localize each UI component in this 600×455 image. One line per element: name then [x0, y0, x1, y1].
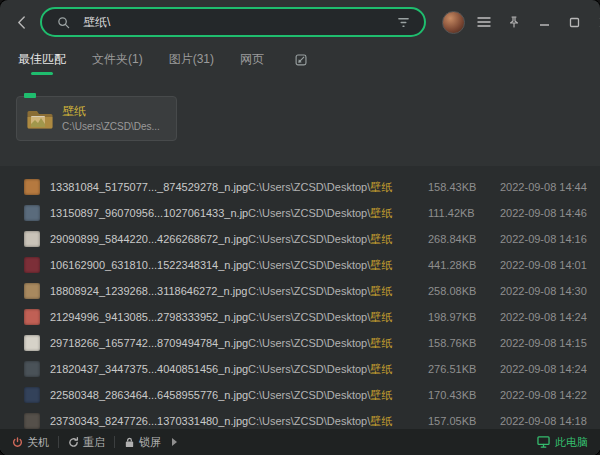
file-path: C:\Users\ZCSD\Desktop\壁纸: [248, 362, 428, 377]
tab-images[interactable]: 图片(31): [169, 51, 214, 68]
search-box[interactable]: [40, 7, 426, 37]
file-path: C:\Users\ZCSD\Desktop\壁纸: [248, 232, 428, 247]
file-thumbnail: [24, 361, 40, 377]
file-path-match: 壁纸: [370, 389, 392, 401]
file-size: 170.43KB: [428, 389, 500, 401]
minimize-button[interactable]: [533, 11, 555, 33]
file-date: 2022-09-08 14:01: [500, 259, 592, 271]
file-path: C:\Users\ZCSD\Desktop\壁纸: [248, 414, 428, 429]
file-path-dir: C:\Users\ZCSD\Desktop\: [248, 337, 370, 349]
lock-label: 锁屏: [139, 435, 161, 450]
bottombar-divider: [114, 436, 115, 448]
file-thumbnail: [24, 283, 40, 299]
file-date: 2022-09-08 14:44: [500, 181, 592, 193]
file-row[interactable]: 29718266_1657742...8709494784_n.jpg C:\U…: [0, 330, 600, 356]
file-path: C:\Users\ZCSD\Desktop\壁纸: [248, 310, 428, 325]
lock-icon: [124, 437, 135, 448]
tab-web[interactable]: 网页: [240, 51, 264, 68]
file-thumbnail: [24, 335, 40, 351]
file-thumbnail: [24, 231, 40, 247]
file-path-match: 壁纸: [370, 259, 392, 271]
file-row[interactable]: 18808924_1239268...3118646272_n.jpg C:\U…: [0, 278, 600, 304]
power-icon: [12, 437, 23, 448]
file-name: 29090899_5844220...4266268672_n.jpg: [50, 233, 248, 245]
file-date: 2022-09-08 14:18: [500, 415, 592, 427]
best-match-path: C:\Users\ZCSD\Des...: [62, 120, 160, 133]
file-date: 2022-09-08 14:24: [500, 311, 592, 323]
lock-button[interactable]: 锁屏: [124, 435, 161, 450]
file-thumbnail: [24, 309, 40, 325]
file-name: 29718266_1657742...8709494784_n.jpg: [50, 337, 248, 349]
file-date: 2022-09-08 14:30: [500, 285, 592, 297]
file-path-match: 壁纸: [370, 311, 392, 323]
file-size: 268.84KB: [428, 233, 500, 245]
file-size: 441.28KB: [428, 259, 500, 271]
file-name: 21820437_3447375...4040851456_n.jpg: [50, 363, 248, 375]
this-pc-label: 此电脑: [555, 435, 588, 450]
file-thumbnail: [24, 387, 40, 403]
file-path-dir: C:\Users\ZCSD\Desktop\: [248, 363, 370, 375]
maximize-button[interactable]: [563, 11, 585, 33]
file-name: 13381084_5175077..._874529278_n.jpg: [50, 181, 248, 193]
restart-button[interactable]: 重启: [68, 435, 105, 450]
file-row[interactable]: 13150897_96070956...1027061433_n.jpg C:\…: [0, 200, 600, 226]
best-match-card[interactable]: 壁纸 C:\Users\ZCSD\Des...: [16, 96, 177, 141]
file-row[interactable]: 29090899_5844220...4266268672_n.jpg C:\U…: [0, 226, 600, 252]
file-size: 158.76KB: [428, 337, 500, 349]
file-path: C:\Users\ZCSD\Desktop\壁纸: [248, 206, 428, 221]
file-name: 13150897_96070956...1027061433_n.jpg: [50, 207, 248, 219]
file-size: 157.05KB: [428, 415, 500, 427]
file-row[interactable]: 13381084_5175077..._874529278_n.jpg C:\U…: [0, 174, 600, 200]
file-path-dir: C:\Users\ZCSD\Desktop\: [248, 233, 370, 245]
best-match-title: 壁纸: [62, 104, 160, 118]
file-path-match: 壁纸: [370, 337, 392, 349]
topbar: [0, 0, 600, 44]
file-path-dir: C:\Users\ZCSD\Desktop\: [248, 389, 370, 401]
file-thumbnail: [24, 257, 40, 273]
file-thumbnail: [24, 179, 40, 195]
file-path-dir: C:\Users\ZCSD\Desktop\: [248, 311, 370, 323]
file-size: 111.42KB: [428, 207, 500, 219]
back-button[interactable]: [10, 11, 32, 33]
file-size: 258.08KB: [428, 285, 500, 297]
tab-best-match[interactable]: 最佳匹配: [18, 51, 66, 68]
file-path: C:\Users\ZCSD\Desktop\壁纸: [248, 388, 428, 403]
restart-icon: [68, 437, 79, 448]
bottombar: 关机 重启 锁屏 此电脑: [0, 429, 600, 455]
file-path: C:\Users\ZCSD\Desktop\壁纸: [248, 180, 428, 195]
file-path-dir: C:\Users\ZCSD\Desktop\: [248, 181, 370, 193]
file-size: 158.43KB: [428, 181, 500, 193]
filter-icon[interactable]: [392, 11, 414, 33]
close-button[interactable]: [593, 11, 600, 33]
search-input[interactable]: [81, 14, 385, 30]
file-name: 23730343_8247726...1370331480_n.jpg: [50, 415, 248, 427]
file-path: C:\Users\ZCSD\Desktop\壁纸: [248, 284, 428, 299]
this-pc-button[interactable]: 此电脑: [537, 435, 588, 450]
file-size: 198.97KB: [428, 311, 500, 323]
list-area: 13381084_5175077..._874529278_n.jpg C:\U…: [0, 166, 600, 455]
shutdown-label: 关机: [27, 435, 49, 450]
file-name: 21294996_9413085...2798333952_n.jpg: [50, 311, 248, 323]
tab-folders[interactable]: 文件夹(1): [92, 51, 143, 68]
restart-label: 重启: [83, 435, 105, 450]
menu-icon[interactable]: [473, 11, 495, 33]
pin-icon[interactable]: [503, 11, 525, 33]
shutdown-button[interactable]: 关机: [12, 435, 49, 450]
file-path-dir: C:\Users\ZCSD\Desktop\: [248, 207, 370, 219]
file-size: 276.51KB: [428, 363, 500, 375]
edit-icon[interactable]: [290, 48, 312, 70]
avatar[interactable]: [442, 11, 465, 34]
file-path-match: 壁纸: [370, 285, 392, 297]
best-match-section: 壁纸 C:\Users\ZCSD\Des...: [0, 76, 600, 141]
file-row[interactable]: 106162900_631810...1522348314_n.jpg C:\U…: [0, 252, 600, 278]
file-row[interactable]: 22580348_2863464...6458955776_n.jpg C:\U…: [0, 382, 600, 408]
file-date: 2022-09-08 14:46: [500, 207, 592, 219]
file-row[interactable]: 21294996_9413085...2798333952_n.jpg C:\U…: [0, 304, 600, 330]
file-path-match: 壁纸: [370, 207, 392, 219]
folder-icon: [27, 108, 53, 130]
more-actions-icon[interactable]: [172, 438, 177, 446]
file-thumbnail: [24, 413, 40, 429]
file-date: 2022-09-08 14:24: [500, 363, 592, 375]
file-path-match: 壁纸: [370, 415, 392, 427]
file-row[interactable]: 21820437_3447375...4040851456_n.jpg C:\U…: [0, 356, 600, 382]
